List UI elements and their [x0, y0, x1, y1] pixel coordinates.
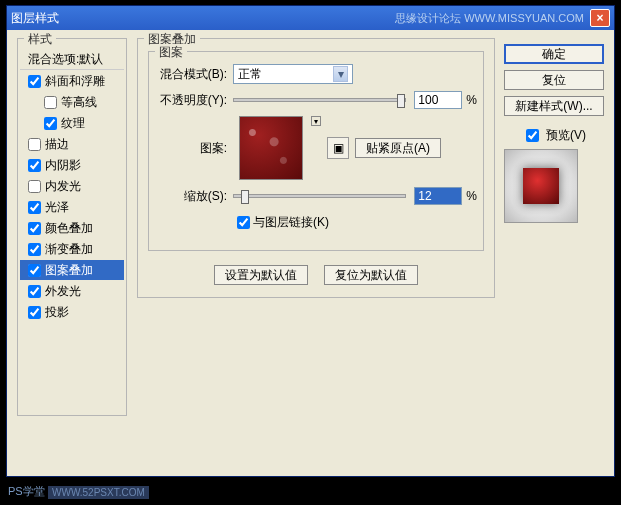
blend-mode-value: 正常: [238, 66, 262, 83]
style-item[interactable]: 渐变叠加: [20, 239, 124, 259]
style-checkbox[interactable]: [28, 243, 41, 256]
opacity-row: 不透明度(Y): 100 %: [155, 88, 477, 112]
opacity-input[interactable]: 100: [414, 91, 462, 109]
scale-slider[interactable]: [233, 194, 406, 198]
style-label: 描边: [45, 136, 69, 153]
blend-mode-row: 混合模式(B): 正常 ▾: [155, 62, 477, 86]
pattern-swatch[interactable]: [239, 116, 303, 180]
style-label: 内发光: [45, 178, 81, 195]
scale-label: 缩放(S):: [155, 188, 227, 205]
style-item[interactable]: 纹理: [20, 113, 124, 133]
style-item[interactable]: 光泽: [20, 197, 124, 217]
snap-to-origin-button[interactable]: 贴紧原点(A): [355, 138, 441, 158]
style-label: 图案叠加: [45, 262, 93, 279]
style-item[interactable]: 内发光: [20, 176, 124, 196]
preview-inner: [523, 168, 559, 204]
preview-thumbnail: [504, 149, 578, 223]
style-item[interactable]: 等高线: [20, 92, 124, 112]
preview-label: 预览(V): [546, 127, 586, 144]
style-label: 光泽: [45, 199, 69, 216]
pattern-dropdown-icon[interactable]: ▾: [311, 116, 321, 126]
title-bar[interactable]: 图层样式 思缘设计论坛 WWW.MISSYUAN.COM ×: [7, 6, 614, 30]
style-checkbox[interactable]: [28, 75, 41, 88]
blend-mode-select[interactable]: 正常 ▾: [233, 64, 353, 84]
style-checkbox[interactable]: [28, 180, 41, 193]
close-icon: ×: [596, 11, 603, 25]
opacity-label: 不透明度(Y):: [155, 92, 227, 109]
scale-input[interactable]: 12: [414, 187, 462, 205]
create-pattern-button[interactable]: ▣: [327, 137, 349, 159]
style-label: 纹理: [61, 115, 85, 132]
styles-list-group: 样式 混合选项:默认斜面和浮雕等高线纹理描边内阴影内发光光泽颜色叠加渐变叠加图案…: [17, 38, 127, 416]
style-label: 颜色叠加: [45, 220, 93, 237]
slider-thumb[interactable]: [241, 190, 249, 204]
pattern-swatch-row: 图案: ▾ ▣ 贴紧原点(A): [155, 116, 477, 180]
preview-checkbox[interactable]: [526, 129, 539, 142]
reset-default-button[interactable]: 复位为默认值: [324, 265, 418, 285]
close-button[interactable]: ×: [590, 9, 610, 27]
style-label: 外发光: [45, 283, 81, 300]
footer-watermark-1: PS学堂: [8, 484, 45, 499]
pattern-label: 图案:: [155, 140, 227, 157]
style-checkbox[interactable]: [44, 117, 57, 130]
style-checkbox[interactable]: [28, 222, 41, 235]
dropdown-icon: ▾: [333, 66, 348, 82]
opacity-unit: %: [466, 93, 477, 107]
style-label: 等高线: [61, 94, 97, 111]
opacity-slider[interactable]: [233, 98, 406, 102]
blend-mode-label: 混合模式(B):: [155, 66, 227, 83]
set-default-button[interactable]: 设置为默认值: [214, 265, 308, 285]
link-row: 与图层链接(K): [155, 210, 477, 234]
style-checkbox[interactable]: [28, 159, 41, 172]
link-with-layer-label: 与图层链接(K): [253, 214, 329, 231]
scale-row: 缩放(S): 12 %: [155, 184, 477, 208]
new-document-icon: ▣: [333, 141, 344, 155]
new-style-button[interactable]: 新建样式(W)...: [504, 96, 604, 116]
style-checkbox[interactable]: [44, 96, 57, 109]
style-label: 斜面和浮雕: [45, 73, 105, 90]
style-item[interactable]: 图案叠加: [20, 260, 124, 280]
style-checkbox[interactable]: [28, 285, 41, 298]
footer-watermark-2: WWW.52PSXT.COM: [48, 486, 149, 499]
style-item[interactable]: 颜色叠加: [20, 218, 124, 238]
ok-button[interactable]: 确定: [504, 44, 604, 64]
pattern-subheading: 图案: [155, 44, 187, 61]
blend-options-row[interactable]: 混合选项:默认: [20, 50, 124, 70]
pattern-overlay-group: 图案叠加 图案 混合模式(B): 正常 ▾ 不透明度(Y): 100 %: [137, 38, 495, 298]
watermark-text: 思缘设计论坛 WWW.MISSYUAN.COM: [395, 11, 584, 26]
reset-button[interactable]: 复位: [504, 70, 604, 90]
default-buttons-row: 设置为默认值 复位为默认值: [138, 265, 494, 285]
link-with-layer-checkbox[interactable]: [237, 216, 250, 229]
style-item[interactable]: 投影: [20, 302, 124, 322]
style-item[interactable]: 内阴影: [20, 155, 124, 175]
style-checkbox[interactable]: [28, 138, 41, 151]
window-title: 图层样式: [11, 10, 395, 27]
style-label: 内阴影: [45, 157, 81, 174]
style-item[interactable]: 斜面和浮雕: [20, 71, 124, 91]
style-checkbox[interactable]: [28, 306, 41, 319]
dialog-content: 样式 混合选项:默认斜面和浮雕等高线纹理描边内阴影内发光光泽颜色叠加渐变叠加图案…: [7, 30, 614, 476]
style-label: 渐变叠加: [45, 241, 93, 258]
style-item[interactable]: 描边: [20, 134, 124, 154]
scale-unit: %: [466, 189, 477, 203]
style-item[interactable]: 外发光: [20, 281, 124, 301]
pattern-inner-group: 图案 混合模式(B): 正常 ▾ 不透明度(Y): 100 % 图案:: [148, 51, 484, 251]
right-column: 确定 复位 新建样式(W)... 预览(V): [504, 44, 604, 223]
style-checkbox[interactable]: [28, 201, 41, 214]
layer-style-dialog: 图层样式 思缘设计论坛 WWW.MISSYUAN.COM × 样式 混合选项:默…: [6, 5, 615, 477]
preview-toggle-row: 预览(V): [504, 126, 604, 145]
slider-thumb[interactable]: [397, 94, 405, 108]
style-checkbox[interactable]: [28, 264, 41, 277]
style-label: 投影: [45, 304, 69, 321]
